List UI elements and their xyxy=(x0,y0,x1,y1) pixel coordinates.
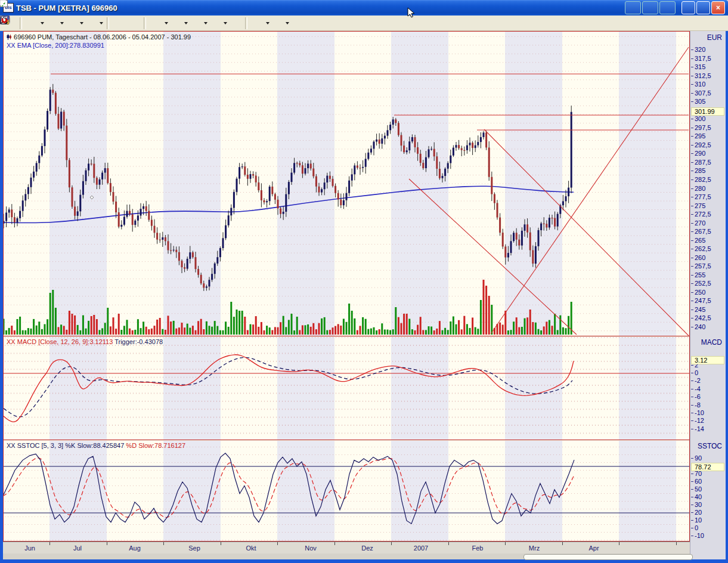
ema-legend: XX EMA [Close, 200]:278.830991 xyxy=(7,42,104,49)
toolbar: Σ xyxy=(0,16,728,31)
month-label[interactable]: 2007 xyxy=(414,545,428,552)
axis-tick-label: 277,5 xyxy=(695,193,711,200)
formula-sigma-button[interactable]: Σ xyxy=(208,16,222,30)
template-button[interactable] xyxy=(228,16,242,30)
macd-chart-layer xyxy=(4,337,689,440)
maximize-button[interactable] xyxy=(696,1,710,14)
month-tick xyxy=(334,542,335,545)
chart-forward-button[interactable] xyxy=(126,16,141,30)
macd-pane[interactable]: XX MACD [Close, 12, 26, 9]:3.12113 Trigg… xyxy=(4,337,689,440)
axis-tick-label: 0 xyxy=(695,524,698,531)
axis-tick-label: 20 xyxy=(695,509,702,516)
time-axis[interactable]: JunJulAugSepOktNovDez2007FebMrzApr xyxy=(3,542,690,554)
favorites-star-button[interactable] xyxy=(642,1,658,14)
axis-tick-label: 50 xyxy=(695,485,702,493)
month-label[interactable]: Jun xyxy=(24,545,35,552)
axis-tick-label: 315 xyxy=(695,63,705,70)
chart-title: 696960 PUM, Tageschart - 08.06.2006 - 05… xyxy=(7,33,191,41)
sstoc-legend: XX SSTOC [5, 3, 3] %K Slow:88.425847 %D … xyxy=(7,442,185,449)
month-label[interactable]: Mrz xyxy=(529,545,540,552)
window-title: TSB - PUM [XETRA] 696960 xyxy=(16,4,117,13)
month-label[interactable]: Okt xyxy=(246,545,256,552)
toolbar-separator xyxy=(144,17,146,29)
axis-tick-label: 297,5 xyxy=(695,124,711,131)
candlestick-chart-layer xyxy=(4,32,689,336)
open-folder-button[interactable] xyxy=(25,16,39,30)
axis-tick-label: -2 xyxy=(695,377,701,384)
axis-tick-label: 0 xyxy=(695,369,698,376)
axis-tick-label: 270 xyxy=(695,219,705,227)
month-tick xyxy=(49,542,50,545)
month-tick xyxy=(562,542,563,545)
dropdown-caret-icon[interactable] xyxy=(222,17,228,30)
axis-tick-label: -12 xyxy=(695,417,704,424)
dropdown-caret-icon[interactable] xyxy=(183,17,188,30)
chart-type-button[interactable] xyxy=(149,16,163,30)
axis-tick-label: 265 xyxy=(695,237,705,244)
axis-tick-label: 285 xyxy=(695,167,705,174)
axis-tick-label: -6 xyxy=(695,393,701,400)
axis-tick-label: 287,5 xyxy=(695,159,711,166)
month-tick xyxy=(221,542,221,545)
dropdown-caret-icon[interactable] xyxy=(284,17,290,30)
month-label[interactable]: Nov xyxy=(305,545,317,552)
dropdown-caret-icon[interactable] xyxy=(39,17,45,30)
axis-tick-label: 280 xyxy=(695,185,705,192)
dropdown-caret-icon[interactable] xyxy=(203,17,208,30)
dropdown-caret-icon[interactable] xyxy=(98,17,104,30)
price-pane[interactable]: 696960 PUM, Tageschart - 08.06.2006 - 05… xyxy=(4,32,689,336)
pointer-button[interactable] xyxy=(270,16,284,30)
axis-tick-label: 317,5 xyxy=(695,55,711,62)
axis-tick-label: 282,5 xyxy=(695,176,711,183)
application-window: bis TSB - PUM [XETRA] 696960 × Σ xyxy=(0,0,728,563)
sstoc-axis-caption: SSTOC xyxy=(698,442,722,450)
indicator-edit-button[interactable] xyxy=(188,16,203,30)
mouse-cursor xyxy=(407,7,417,19)
copy-button[interactable] xyxy=(64,16,79,30)
title-bar[interactable]: bis TSB - PUM [XETRA] 696960 × xyxy=(0,0,728,16)
macd-legend: XX MACD [Close, 12, 26, 9]:3.12113 Trigg… xyxy=(7,338,163,345)
axis-tick-label: 312,5 xyxy=(695,72,711,79)
close-button[interactable]: × xyxy=(711,1,725,14)
month-tick xyxy=(448,542,449,545)
month-tick xyxy=(676,542,677,545)
macd-axis-caption: MACD xyxy=(701,338,722,347)
month-label[interactable]: Aug xyxy=(129,545,141,552)
axis-tick-label: -10 xyxy=(695,409,704,416)
month-label[interactable]: Feb xyxy=(472,545,484,552)
diamond-marker xyxy=(90,196,94,199)
axis-tick-label: 90 xyxy=(695,454,702,462)
downtrend-long xyxy=(484,129,689,336)
axis-tick-label: 305 xyxy=(695,98,705,105)
month-tick xyxy=(619,542,619,545)
month-label[interactable]: Jul xyxy=(73,545,82,552)
axis-tick-label: 247,5 xyxy=(695,297,711,304)
month-label[interactable]: Sep xyxy=(188,545,200,552)
macd-value-badge: 3.12 xyxy=(691,356,724,364)
edit-pencil-button[interactable] xyxy=(659,1,676,14)
draw-line-button[interactable] xyxy=(250,16,265,30)
magnet-button[interactable] xyxy=(290,16,304,30)
axis-tick-label: 290 xyxy=(695,150,705,157)
dropdown-caret-icon[interactable] xyxy=(163,17,169,30)
axis-tick-label: -4 xyxy=(695,385,701,392)
value-axis-column[interactable]: EUR MACD SSTOC 320317,5315312,5310307,53… xyxy=(690,31,726,559)
toolbar-separator xyxy=(245,17,247,29)
month-tick xyxy=(277,542,278,545)
month-label[interactable]: Dez xyxy=(361,545,373,552)
save-button[interactable] xyxy=(45,16,59,30)
horizontal-scrollbar[interactable] xyxy=(523,554,693,560)
chart-back-button[interactable] xyxy=(112,16,126,30)
dropdown-caret-icon[interactable] xyxy=(79,17,84,30)
indicator-add-button[interactable] xyxy=(169,16,183,30)
minimize-button[interactable] xyxy=(681,1,695,14)
axis-tick-label: 307,5 xyxy=(695,89,711,97)
dropdown-caret-icon[interactable] xyxy=(265,17,270,30)
sstoc-pane[interactable]: XX SSTOC [5, 3, 3] %K Slow:88.425847 %D … xyxy=(4,441,689,541)
tile-windows-button[interactable] xyxy=(625,1,641,14)
window-controls: × xyxy=(624,1,728,14)
dropdown-caret-icon[interactable] xyxy=(59,17,64,30)
print-button[interactable] xyxy=(84,16,98,30)
stochastic-chart-layer xyxy=(4,441,689,541)
month-label[interactable]: Apr xyxy=(588,545,599,552)
